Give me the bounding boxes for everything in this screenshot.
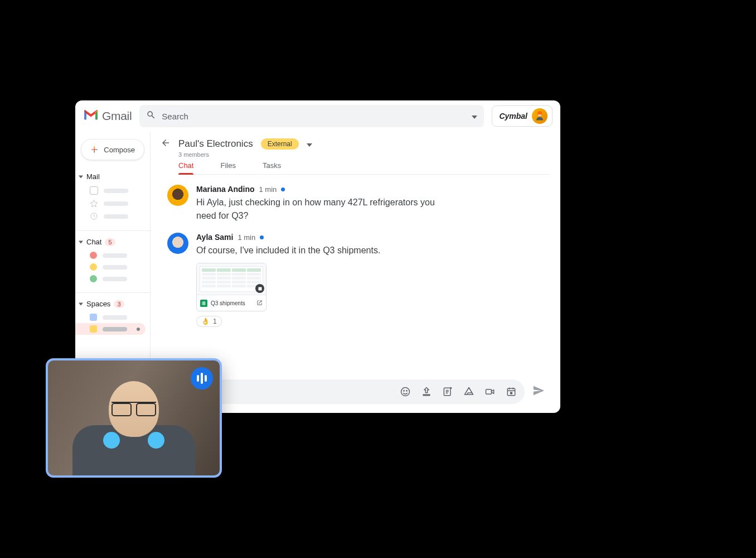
tab-row: Chat Files Tasks bbox=[178, 161, 550, 175]
new-doc-icon[interactable] bbox=[442, 386, 453, 397]
search-options-dropdown-icon[interactable] bbox=[472, 111, 477, 121]
sidebar-section-spaces: Spaces 3 bbox=[75, 295, 150, 340]
compose-button[interactable]: Compose bbox=[81, 139, 144, 160]
attachment-card[interactable]: Q3 shipments bbox=[196, 263, 266, 311]
message-avatar[interactable] bbox=[167, 233, 188, 254]
chat-badge: 5 bbox=[105, 238, 115, 246]
svg-point-4 bbox=[401, 388, 410, 396]
compose-label: Compose bbox=[104, 146, 135, 154]
sidebar-section-mail: Mail bbox=[75, 168, 150, 228]
message-list: Mariana Andino 1 min Hi Ayla, just check… bbox=[151, 175, 560, 375]
reaction-chip[interactable]: 👌 1 bbox=[196, 316, 222, 327]
online-indicator-icon bbox=[260, 235, 264, 239]
video-icon[interactable] bbox=[484, 386, 496, 397]
mail-item-placeholder[interactable] bbox=[75, 210, 150, 223]
search-input[interactable]: Search bbox=[162, 112, 466, 121]
message-text: Hi Ayla, just checking in on how many 42… bbox=[196, 196, 442, 223]
search-bar[interactable]: Search bbox=[139, 105, 484, 127]
message-time: 1 min bbox=[259, 185, 277, 194]
online-indicator-icon bbox=[281, 187, 285, 191]
svg-point-5 bbox=[403, 390, 404, 391]
chat-header: Paul's Electronics External 3 members Ch… bbox=[151, 132, 560, 175]
drive-icon[interactable] bbox=[463, 386, 474, 397]
presence-dot-icon bbox=[90, 275, 97, 282]
gmail-m-icon bbox=[83, 109, 99, 123]
mail-item-placeholder[interactable] bbox=[75, 197, 150, 210]
app-name: Gmail bbox=[102, 109, 132, 123]
message-author[interactable]: Ayla Sami bbox=[196, 233, 233, 242]
spaces-badge: 3 bbox=[114, 300, 124, 308]
gmail-logo[interactable]: Gmail bbox=[83, 109, 132, 123]
external-badge: External bbox=[261, 138, 299, 150]
spaces-section-header[interactable]: Spaces 3 bbox=[75, 297, 150, 311]
video-call-pip[interactable] bbox=[46, 358, 222, 478]
mail-label: Mail bbox=[86, 172, 100, 181]
message-avatar[interactable] bbox=[167, 185, 188, 206]
chat-label: Chat bbox=[86, 238, 101, 246]
calendar-icon[interactable] bbox=[506, 386, 517, 397]
upload-icon[interactable] bbox=[421, 386, 432, 397]
back-arrow-icon[interactable] bbox=[161, 138, 171, 150]
org-brand-chip[interactable]: Cymbal bbox=[492, 105, 553, 127]
attachment-preview bbox=[197, 263, 266, 295]
google-sheets-icon bbox=[200, 300, 207, 307]
svg-rect-2 bbox=[258, 287, 261, 290]
message: Mariana Andino 1 min Hi Ayla, just check… bbox=[167, 185, 538, 223]
star-icon bbox=[90, 199, 98, 208]
space-icon bbox=[90, 314, 97, 321]
space-item-placeholder[interactable] bbox=[75, 311, 150, 323]
message-time: 1 min bbox=[238, 233, 255, 242]
user-avatar[interactable] bbox=[532, 108, 547, 124]
tab-chat[interactable]: Chat bbox=[178, 161, 193, 174]
message-author[interactable]: Mariana Andino bbox=[196, 185, 255, 194]
chat-item-placeholder[interactable] bbox=[75, 249, 150, 261]
spaces-label: Spaces bbox=[86, 300, 110, 308]
svg-rect-10 bbox=[510, 392, 512, 394]
reaction-emoji: 👌 bbox=[201, 318, 210, 325]
space-item-active[interactable] bbox=[75, 323, 146, 335]
attachment-badge-icon bbox=[255, 284, 264, 293]
reaction-row: 👌 1 bbox=[196, 316, 538, 327]
mail-section-header[interactable]: Mail bbox=[75, 170, 150, 184]
reaction-count: 1 bbox=[213, 318, 217, 325]
chat-item-placeholder[interactable] bbox=[75, 261, 150, 273]
member-count[interactable]: 3 members bbox=[178, 151, 550, 158]
caret-down-icon bbox=[79, 240, 83, 244]
presence-dot-icon bbox=[90, 263, 97, 271]
inbox-icon bbox=[90, 186, 98, 195]
svg-point-6 bbox=[406, 390, 407, 391]
emoji-icon[interactable] bbox=[400, 386, 411, 397]
chat-section-header[interactable]: Chat 5 bbox=[75, 235, 150, 249]
caret-down-icon bbox=[79, 175, 83, 179]
tab-files[interactable]: Files bbox=[220, 161, 235, 174]
attachment-name: Q3 shipments bbox=[211, 300, 253, 306]
plus-icon bbox=[90, 145, 98, 154]
svg-rect-8 bbox=[486, 389, 492, 394]
tab-tasks[interactable]: Tasks bbox=[263, 161, 281, 174]
presence-dot-icon bbox=[90, 252, 97, 259]
top-bar: Gmail Search Cymbal bbox=[75, 100, 560, 132]
clock-icon bbox=[90, 212, 98, 220]
open-external-icon[interactable] bbox=[256, 298, 263, 308]
sidebar-section-chat: Chat 5 bbox=[75, 233, 150, 290]
chat-item-placeholder[interactable] bbox=[75, 273, 150, 285]
space-menu-dropdown-icon[interactable] bbox=[307, 139, 312, 149]
org-name: Cymbal bbox=[499, 112, 527, 121]
search-icon bbox=[146, 110, 156, 122]
send-button[interactable] bbox=[532, 384, 545, 399]
caret-down-icon bbox=[79, 302, 83, 306]
mail-item-placeholder[interactable] bbox=[75, 184, 150, 197]
message-text: Of course, I've included it in the Q3 sh… bbox=[196, 244, 442, 257]
speaking-indicator-icon bbox=[191, 367, 213, 389]
space-icon bbox=[90, 325, 97, 333]
message: Ayla Sami 1 min Of course, I've included… bbox=[167, 233, 538, 327]
space-name[interactable]: Paul's Electronics bbox=[178, 138, 253, 150]
